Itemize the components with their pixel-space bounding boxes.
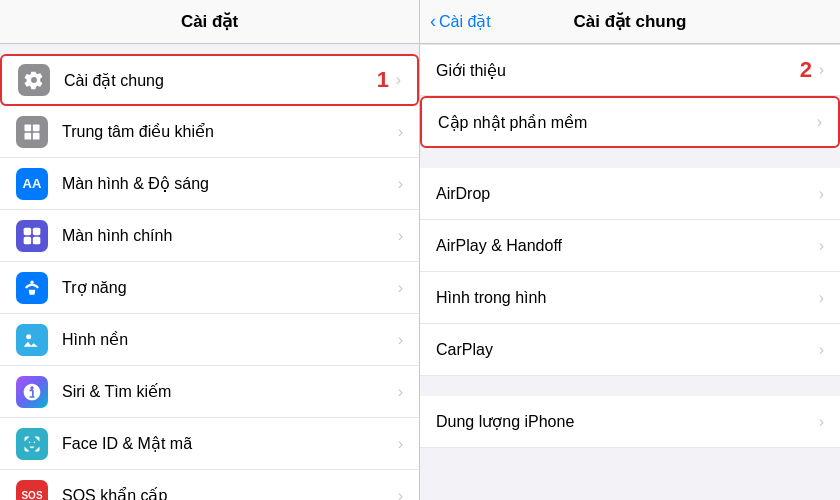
right-item-hinh-trong-hinh[interactable]: Hình trong hình›: [420, 272, 840, 324]
right-item-airdrop[interactable]: AirDrop›: [420, 168, 840, 220]
svg-rect-0: [25, 124, 32, 131]
left-panel: Cài đặt Cài đặt chung1›Trung tâm điều kh…: [0, 0, 420, 500]
man-hinh-do-sang-label: Màn hình & Độ sáng: [62, 174, 398, 193]
tro-nang-chevron-icon: ›: [398, 279, 403, 297]
sidebar-item-siri-tim-kiem[interactable]: Siri & Tìm kiếm›: [0, 366, 419, 418]
gioi-thieu-chevron-icon: ›: [819, 61, 824, 79]
hinh-trong-hinh-label: Hình trong hình: [436, 289, 819, 307]
airdrop-chevron-icon: ›: [819, 185, 824, 203]
face-id-mat-ma-chevron-icon: ›: [398, 435, 403, 453]
svg-point-8: [30, 280, 33, 283]
sidebar-item-face-id-mat-ma[interactable]: Face ID & Mật mã›: [0, 418, 419, 470]
airplay-handoff-chevron-icon: ›: [819, 237, 824, 255]
svg-rect-6: [24, 236, 32, 244]
dung-luong-iphone-chevron-icon: ›: [819, 413, 824, 431]
sidebar-item-man-hinh-do-sang[interactable]: AAMàn hình & Độ sáng›: [0, 158, 419, 210]
section-spacer-2: [420, 376, 840, 396]
man-hinh-chinh-icon: [16, 220, 48, 252]
sidebar-item-sos-khan-cap[interactable]: SOSSOS khẩn cấp›: [0, 470, 419, 500]
tro-nang-label: Trợ năng: [62, 278, 398, 297]
right-panel: ‹ Cài đặt Cài đặt chung Giới thiệu2›Cập …: [420, 0, 840, 500]
gioi-thieu-label: Giới thiệu: [436, 61, 819, 80]
right-settings-list: Giới thiệu2›Cập nhật phần mềm›AirDrop›Ai…: [420, 44, 840, 500]
svg-rect-2: [25, 132, 32, 139]
airdrop-label: AirDrop: [436, 185, 819, 203]
svg-rect-1: [33, 124, 40, 131]
right-item-airplay-handoff[interactable]: AirPlay & Handoff›: [420, 220, 840, 272]
cai-dat-chung-icon: [18, 64, 50, 96]
man-hinh-chinh-label: Màn hình chính: [62, 227, 398, 245]
back-chevron-icon: ‹: [430, 11, 436, 32]
cai-dat-chung-label: Cài đặt chung: [64, 71, 396, 90]
svg-rect-4: [24, 227, 32, 235]
hinh-nen-icon: [16, 324, 48, 356]
svg-rect-7: [33, 236, 41, 244]
carplay-chevron-icon: ›: [819, 341, 824, 359]
svg-point-10: [29, 441, 31, 443]
siri-tim-kiem-label: Siri & Tìm kiếm: [62, 382, 398, 401]
siri-tim-kiem-chevron-icon: ›: [398, 383, 403, 401]
sidebar-item-hinh-nen[interactable]: Hình nền›: [0, 314, 419, 366]
hinh-nen-chevron-icon: ›: [398, 331, 403, 349]
carplay-label: CarPlay: [436, 341, 819, 359]
back-label[interactable]: Cài đặt: [439, 12, 491, 31]
sidebar-item-cai-dat-chung[interactable]: Cài đặt chung1›: [0, 54, 419, 106]
man-hinh-chinh-chevron-icon: ›: [398, 227, 403, 245]
airplay-handoff-label: AirPlay & Handoff: [436, 237, 819, 255]
trung-tam-dieu-khien-chevron-icon: ›: [398, 123, 403, 141]
right-nav-bar: ‹ Cài đặt Cài đặt chung: [420, 0, 840, 44]
sidebar-item-tro-nang[interactable]: Trợ năng›: [0, 262, 419, 314]
sos-khan-cap-icon: SOS: [16, 480, 48, 501]
siri-tim-kiem-icon: [16, 376, 48, 408]
man-hinh-do-sang-chevron-icon: ›: [398, 175, 403, 193]
dung-luong-iphone-label: Dung lượng iPhone: [436, 412, 819, 431]
svg-rect-3: [33, 132, 40, 139]
cap-nhat-phan-mem-chevron-icon: ›: [817, 113, 822, 131]
tro-nang-icon: [16, 272, 48, 304]
left-nav-bar: Cài đặt: [0, 0, 419, 44]
step-1-label: 1: [377, 67, 389, 93]
sidebar-item-man-hinh-chinh[interactable]: Màn hình chính›: [0, 210, 419, 262]
svg-rect-5: [33, 227, 41, 235]
left-settings-list: Cài đặt chung1›Trung tâm điều khiển›AAMà…: [0, 44, 419, 500]
svg-point-11: [34, 441, 36, 443]
left-nav-title: Cài đặt: [181, 11, 238, 32]
right-item-gioi-thieu[interactable]: Giới thiệu2›: [420, 44, 840, 96]
sos-khan-cap-label: SOS khẩn cấp: [62, 486, 398, 500]
svg-point-9: [26, 334, 31, 339]
trung-tam-dieu-khien-icon: [16, 116, 48, 148]
sidebar-item-trung-tam-dieu-khien[interactable]: Trung tâm điều khiển›: [0, 106, 419, 158]
face-id-mat-ma-icon: [16, 428, 48, 460]
cap-nhat-phan-mem-label: Cập nhật phần mềm: [438, 113, 817, 132]
man-hinh-do-sang-icon: AA: [16, 168, 48, 200]
back-button[interactable]: ‹ Cài đặt: [430, 11, 491, 32]
trung-tam-dieu-khien-label: Trung tâm điều khiển: [62, 122, 398, 141]
right-item-dung-luong-iphone[interactable]: Dung lượng iPhone›: [420, 396, 840, 448]
cai-dat-chung-chevron-icon: ›: [396, 71, 401, 89]
right-item-cap-nhat-phan-mem[interactable]: Cập nhật phần mềm›: [420, 96, 840, 148]
step-2-label: 2: [800, 57, 812, 83]
hinh-nen-label: Hình nền: [62, 330, 398, 349]
face-id-mat-ma-label: Face ID & Mật mã: [62, 434, 398, 453]
sos-khan-cap-chevron-icon: ›: [398, 487, 403, 501]
right-item-carplay[interactable]: CarPlay›: [420, 324, 840, 376]
hinh-trong-hinh-chevron-icon: ›: [819, 289, 824, 307]
right-nav-title: Cài đặt chung: [574, 11, 687, 32]
section-spacer-1: [420, 148, 840, 168]
